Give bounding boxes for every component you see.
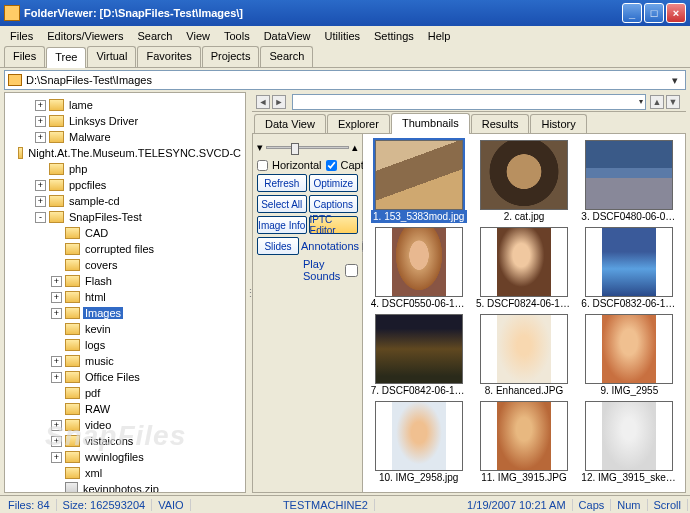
tree-node[interactable]: +Office Files bbox=[7, 369, 243, 385]
captions-button[interactable]: Captions bbox=[309, 195, 359, 213]
tree-node[interactable]: xml bbox=[7, 465, 243, 481]
menu-tools[interactable]: Tools bbox=[218, 28, 256, 44]
menu-editorsviewers[interactable]: Editors/Viewers bbox=[41, 28, 129, 44]
menu-settings[interactable]: Settings bbox=[368, 28, 420, 44]
tree-tab-projects[interactable]: Projects bbox=[202, 46, 260, 67]
tree-node[interactable]: logs bbox=[7, 337, 243, 353]
tree-tab-favorites[interactable]: Favorites bbox=[137, 46, 200, 67]
close-button[interactable]: × bbox=[666, 3, 686, 23]
expand-icon[interactable]: + bbox=[35, 132, 46, 143]
nav-combo[interactable] bbox=[292, 94, 646, 110]
menu-search[interactable]: Search bbox=[131, 28, 178, 44]
tree-node[interactable]: +sample-cd bbox=[7, 193, 243, 209]
tree-node[interactable]: +wwinlogfiles bbox=[7, 449, 243, 465]
thumbnail[interactable]: 12. IMG_3915_sketch.JPG bbox=[580, 401, 679, 484]
play-sounds-checkbox[interactable] bbox=[345, 264, 358, 277]
view-tab-history[interactable]: History bbox=[530, 114, 586, 133]
tree-tab-search[interactable]: Search bbox=[260, 46, 313, 67]
optimize-button[interactable]: Optimize bbox=[309, 174, 359, 192]
tree-node[interactable]: +ppcfiles bbox=[7, 177, 243, 193]
horizontal-checkbox[interactable] bbox=[257, 160, 268, 171]
captions-checkbox[interactable] bbox=[326, 160, 337, 171]
expand-icon[interactable]: + bbox=[35, 180, 46, 191]
expand-icon[interactable]: + bbox=[51, 292, 62, 303]
tree-node[interactable]: +Malware bbox=[7, 129, 243, 145]
minimize-button[interactable]: _ bbox=[622, 3, 642, 23]
menu-view[interactable]: View bbox=[180, 28, 216, 44]
path-combo[interactable]: D:\SnapFiles-Test\Images ▾ bbox=[4, 70, 686, 90]
tree-node[interactable]: Night.At.The.Museum.TELESYNC.SVCD-C bbox=[7, 145, 243, 161]
thumbnail[interactable]: 4. DSCF0550-06-1001.JPG bbox=[369, 227, 468, 310]
tree-node[interactable]: +Flash bbox=[7, 273, 243, 289]
slider-inc[interactable]: ▴ bbox=[352, 141, 358, 154]
tree-node[interactable]: RAW bbox=[7, 401, 243, 417]
tree-node[interactable]: +video bbox=[7, 417, 243, 433]
thumbnail[interactable]: 11. IMG_3915.JPG bbox=[474, 401, 573, 484]
view-tab-results[interactable]: Results bbox=[471, 114, 530, 133]
view-tab-dataview[interactable]: Data View bbox=[254, 114, 326, 133]
tree-tab-virtual[interactable]: Virtual bbox=[87, 46, 136, 67]
maximize-button[interactable]: □ bbox=[644, 3, 664, 23]
size-slider[interactable]: ▾ ▴ bbox=[257, 138, 358, 156]
thumbnail[interactable]: 9. IMG_2955 bbox=[580, 314, 679, 397]
expand-icon[interactable]: + bbox=[51, 308, 62, 319]
image-info-button[interactable]: Image Info bbox=[257, 216, 307, 234]
iptc-editor-button[interactable]: IPTC Editor bbox=[309, 216, 359, 234]
slider-dec[interactable]: ▾ bbox=[257, 141, 263, 154]
expand-icon[interactable]: + bbox=[51, 452, 62, 463]
tree-node[interactable]: CAD bbox=[7, 225, 243, 241]
view-tab-thumbnails[interactable]: Thumbnails bbox=[391, 113, 470, 134]
chevron-down-icon[interactable]: ▾ bbox=[668, 74, 682, 87]
nav-back-button[interactable]: ◄ bbox=[256, 95, 270, 109]
tree-node[interactable]: +lame bbox=[7, 97, 243, 113]
nav-down-button[interactable]: ▼ bbox=[666, 95, 680, 109]
expand-icon[interactable]: + bbox=[51, 356, 62, 367]
thumbnail[interactable]: 1. 153_5383mod.jpg bbox=[369, 140, 468, 223]
expand-icon[interactable]: + bbox=[51, 372, 62, 383]
expand-icon[interactable]: + bbox=[51, 276, 62, 287]
folder-icon bbox=[65, 451, 80, 463]
tree-node[interactable]: +vistaicons bbox=[7, 433, 243, 449]
thumbnail[interactable]: 2. cat.jpg bbox=[474, 140, 573, 223]
thumbnails-area[interactable]: 1. 153_5383mod.jpg2. cat.jpg3. DSCF0480-… bbox=[363, 134, 685, 492]
thumbnail[interactable]: 5. DSCF0824-06-1227.JPG bbox=[474, 227, 573, 310]
thumbnail[interactable]: 6. DSCF0832-06-1227.JPG bbox=[580, 227, 679, 310]
refresh-button[interactable]: Refresh bbox=[257, 174, 307, 192]
thumbnail[interactable]: 7. DSCF0842-06-1227.JPG bbox=[369, 314, 468, 397]
expand-icon[interactable]: + bbox=[51, 436, 62, 447]
expand-icon[interactable]: + bbox=[51, 420, 62, 431]
nav-fwd-button[interactable]: ► bbox=[272, 95, 286, 109]
expand-icon[interactable]: - bbox=[35, 212, 46, 223]
expand-icon[interactable]: + bbox=[35, 116, 46, 127]
tree-node[interactable]: +html bbox=[7, 289, 243, 305]
tree-node[interactable]: kevin bbox=[7, 321, 243, 337]
menu-dataview[interactable]: DataView bbox=[258, 28, 317, 44]
tree-tab-tree[interactable]: Tree bbox=[46, 47, 86, 68]
thumbnail[interactable]: 10. IMG_2958.jpg bbox=[369, 401, 468, 484]
tree-tab-files[interactable]: Files bbox=[4, 46, 45, 67]
tree-node[interactable]: pdf bbox=[7, 385, 243, 401]
tree-node[interactable]: +music bbox=[7, 353, 243, 369]
tree-node[interactable]: kevinphotos.zip bbox=[7, 481, 243, 493]
tree-node[interactable]: php bbox=[7, 161, 243, 177]
tree-node[interactable]: corrupted files bbox=[7, 241, 243, 257]
thumbnail[interactable]: 8. Enhanced.JPG bbox=[474, 314, 573, 397]
select-all-button[interactable]: Select All bbox=[257, 195, 307, 213]
menu-help[interactable]: Help bbox=[422, 28, 457, 44]
folder-icon bbox=[65, 419, 80, 431]
menu-files[interactable]: Files bbox=[4, 28, 39, 44]
slides-button[interactable]: Slides bbox=[257, 237, 299, 255]
menu-utilities[interactable]: Utilities bbox=[319, 28, 366, 44]
nav-up-button[interactable]: ▲ bbox=[650, 95, 664, 109]
expand-icon[interactable]: + bbox=[35, 196, 46, 207]
status-caps: Caps bbox=[573, 499, 612, 511]
tree-node[interactable]: covers bbox=[7, 257, 243, 273]
view-tab-explorer[interactable]: Explorer bbox=[327, 114, 390, 133]
thumbs-options-panel: ▾ ▴ Horizontal Captions Refresh Optimize… bbox=[253, 134, 363, 492]
tree-panel[interactable]: +lame+Linksys Driver+MalwareNight.At.The… bbox=[4, 92, 246, 493]
expand-icon[interactable]: + bbox=[35, 100, 46, 111]
tree-node[interactable]: +Linksys Driver bbox=[7, 113, 243, 129]
tree-node[interactable]: +Images bbox=[7, 305, 243, 321]
tree-node[interactable]: -SnapFiles-Test bbox=[7, 209, 243, 225]
thumbnail[interactable]: 3. DSCF0480-06-0903.JPG bbox=[580, 140, 679, 223]
